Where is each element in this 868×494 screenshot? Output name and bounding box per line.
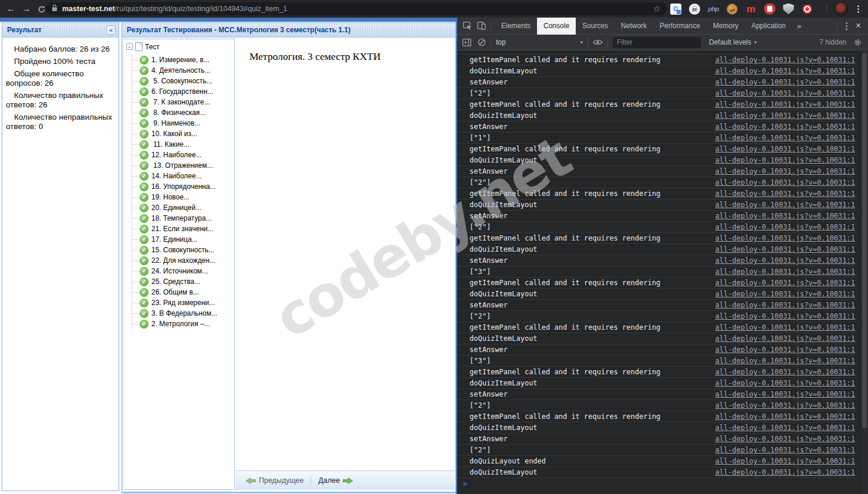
tree-item[interactable]: ✓ 8. Физическая... [132, 107, 234, 118]
console-source-link[interactable]: all-deploy-0.10031.js?v=0.10031:1 [715, 67, 855, 75]
tree-item[interactable]: ✓ 11. Какие... [132, 139, 234, 150]
console-sidebar-icon[interactable] [462, 39, 471, 46]
tree-item[interactable]: ✓ 16. Упорядоченна... [132, 181, 234, 192]
previous-button[interactable]: Предыдущее [241, 476, 308, 485]
devtools-tab[interactable]: Console [537, 18, 576, 35]
devtools-tab[interactable]: Application [745, 18, 792, 35]
tree-item[interactable]: ✓ 19. Новое... [132, 192, 234, 202]
console-row[interactable]: doQuizItemLayout all-deploy-0.10031.js?v… [457, 333, 859, 344]
close-devtools-icon[interactable]: × [856, 21, 861, 31]
console-row[interactable]: ["2"] all-deploy-0.10031.js?v=0.10031:1 [457, 311, 859, 322]
console-source-link[interactable]: all-deploy-0.10031.js?v=0.10031:1 [715, 334, 855, 343]
console-row[interactable]: getItemPanel called and it requires rend… [457, 322, 859, 333]
tree-item[interactable]: ✓ 4. Деятельность... [132, 65, 234, 76]
forward-icon[interactable]: → [19, 4, 34, 14]
collapse-node-icon[interactable]: - [126, 43, 133, 50]
tree-item[interactable]: ✓ 9. Наименов... [132, 118, 234, 128]
console-source-link[interactable]: all-deploy-0.10031.js?v=0.10031:1 [715, 190, 855, 198]
console-source-link[interactable]: all-deploy-0.10031.js?v=0.10031:1 [715, 212, 855, 220]
console-source-link[interactable]: all-deploy-0.10031.js?v=0.10031:1 [715, 312, 855, 320]
clear-console-icon[interactable] [478, 38, 486, 46]
console-row[interactable]: doQuizItemLayout all-deploy-0.10031.js?v… [457, 378, 859, 389]
tree-item[interactable]: ✓ 24. Источником... [132, 266, 234, 276]
console-source-link[interactable]: all-deploy-0.10031.js?v=0.10031:1 [715, 178, 855, 187]
devtools-menu-icon[interactable] [846, 25, 847, 27]
extension-icon[interactable]: G [670, 4, 681, 15]
extension-icon[interactable] [783, 4, 794, 15]
tree-item[interactable]: ✓ 15. Совокупность... [132, 245, 234, 255]
console-source-link[interactable]: all-deploy-0.10031.js?v=0.10031:1 [715, 167, 855, 175]
console-source-link[interactable]: all-deploy-0.10031.js?v=0.10031:1 [715, 223, 855, 231]
tree-item[interactable]: ✓ 22. Для нахожден... [132, 255, 234, 266]
devtools-tab[interactable]: Network [614, 18, 653, 35]
console-row[interactable]: setAnswer all-deploy-0.10031.js?v=0.1003… [457, 255, 859, 266]
console-row[interactable]: getItemPanel called and it requires rend… [457, 144, 859, 155]
console-source-link[interactable]: all-deploy-0.10031.js?v=0.10031:1 [715, 56, 855, 64]
collapse-panel-icon[interactable]: « [106, 25, 116, 35]
tree-item[interactable]: ✓ 23. Ряд измерени... [132, 297, 234, 308]
console-row[interactable]: ["2"] all-deploy-0.10031.js?v=0.10031:1 [457, 177, 859, 188]
console-source-link[interactable]: all-deploy-0.10031.js?v=0.10031:1 [715, 401, 855, 410]
extension-icon[interactable] [802, 4, 813, 15]
console-settings-gear-icon[interactable] [853, 38, 862, 47]
profile-avatar[interactable] [834, 2, 847, 15]
console-source-link[interactable]: all-deploy-0.10031.js?v=0.10031:1 [715, 156, 855, 164]
console-row[interactable]: ["3"] all-deploy-0.10031.js?v=0.10031:1 [457, 356, 859, 367]
console-source-link[interactable]: all-deploy-0.10031.js?v=0.10031:1 [715, 379, 855, 387]
console-row[interactable]: doQuizItemLayout all-deploy-0.10031.js?v… [457, 66, 859, 77]
extension-icon[interactable] [727, 4, 738, 15]
console-row[interactable]: doQuizLayout ended all-deploy-0.10031.js… [457, 456, 859, 467]
tree-item[interactable]: ✓ 7. К законодате... [132, 97, 234, 107]
console-row[interactable]: ["2"] all-deploy-0.10031.js?v=0.10031:1 [457, 222, 859, 233]
devtools-tab[interactable]: Sources [576, 18, 614, 35]
console-row[interactable]: getItemPanel called and it requires rend… [457, 278, 859, 289]
console-row[interactable]: ["3"] all-deploy-0.10031.js?v=0.10031:1 [457, 266, 859, 278]
console-row[interactable]: doQuizItemLayout all-deploy-0.10031.js?v… [457, 199, 859, 211]
address-bar[interactable]: master-test.net/ru/quiz/testing/id/quiz/… [46, 2, 667, 15]
tree-root-node[interactable]: - Тест [126, 42, 234, 51]
tree-item[interactable]: ✓ 13. Отражением... [132, 160, 234, 171]
console-source-link[interactable]: all-deploy-0.10031.js?v=0.10031:1 [715, 412, 855, 421]
console-source-link[interactable]: all-deploy-0.10031.js?v=0.10031:1 [715, 446, 855, 454]
console-source-link[interactable]: all-deploy-0.10031.js?v=0.10031:1 [715, 323, 855, 331]
console-source-link[interactable]: all-deploy-0.10031.js?v=0.10031:1 [715, 268, 855, 276]
next-button[interactable]: Далее [313, 476, 357, 485]
console-row[interactable]: ["2"] all-deploy-0.10031.js?v=0.10031:1 [457, 88, 859, 99]
console-row[interactable]: doQuizItemLayout all-deploy-0.10031.js?v… [457, 244, 859, 255]
console-row[interactable]: getItemPanel called and it requires rend… [457, 367, 859, 378]
tree-item[interactable]: ✓ 6. Государственн... [132, 86, 234, 97]
console-row[interactable]: doQuizItemLayout all-deploy-0.10031.js?v… [457, 110, 859, 121]
console-row[interactable]: setAnswer all-deploy-0.10031.js?v=0.1003… [457, 300, 859, 311]
console-source-link[interactable]: all-deploy-0.10031.js?v=0.10031:1 [715, 357, 855, 365]
console-source-link[interactable]: all-deploy-0.10031.js?v=0.10031:1 [715, 424, 855, 432]
console-row[interactable]: ["2"] all-deploy-0.10031.js?v=0.10031:1 [457, 445, 859, 456]
tree-item[interactable]: ✓ 18. Температура... [132, 213, 234, 224]
extension-icon[interactable]: m [745, 4, 756, 15]
console-row[interactable]: getItemPanel called and it requires rend… [457, 233, 859, 244]
tree-item[interactable]: ✓ 12. Наиболее... [132, 150, 234, 160]
console-row[interactable]: ["2"] all-deploy-0.10031.js?v=0.10031:1 [457, 400, 859, 411]
console-source-link[interactable]: all-deploy-0.10031.js?v=0.10031:1 [715, 435, 855, 443]
console-row[interactable]: setAnswer all-deploy-0.10031.js?v=0.1003… [457, 389, 859, 400]
browser-menu-icon[interactable] [853, 4, 863, 14]
tree-item[interactable]: ✓ 26. Общим в... [132, 287, 234, 297]
tree-item[interactable]: ✓ 17. Единица... [132, 234, 234, 245]
context-selector[interactable]: top ▾ [496, 38, 583, 46]
console-scrollbar[interactable] [861, 51, 868, 494]
console-row[interactable]: setAnswer all-deploy-0.10031.js?v=0.1003… [457, 434, 859, 445]
console-source-link[interactable]: all-deploy-0.10031.js?v=0.10031:1 [715, 111, 855, 120]
console-row[interactable]: doQuizItemLayout all-deploy-0.10031.js?v… [457, 422, 859, 434]
device-toolbar-icon[interactable] [477, 22, 486, 30]
console-row[interactable]: getItemPanel called and it requires rend… [457, 411, 859, 422]
console-source-link[interactable]: all-deploy-0.10031.js?v=0.10031:1 [715, 123, 855, 131]
tree-item[interactable]: ✓ 14. Наиболее... [132, 171, 234, 181]
tree-item[interactable]: ✓ 2. Метрология –... [132, 319, 234, 329]
tree-item[interactable]: ✓ 20. Единицей... [132, 202, 234, 213]
extension-icon[interactable] [764, 4, 775, 15]
devtools-tab[interactable]: Performance [653, 18, 707, 35]
live-expression-eye-icon[interactable] [593, 39, 603, 46]
more-tabs-icon[interactable]: » [792, 22, 806, 31]
console-source-link[interactable]: all-deploy-0.10031.js?v=0.10031:1 [715, 245, 855, 253]
console-source-link[interactable]: all-deploy-0.10031.js?v=0.10031:1 [715, 279, 855, 287]
console-row[interactable]: ["1"] all-deploy-0.10031.js?v=0.10031:1 [457, 133, 859, 144]
